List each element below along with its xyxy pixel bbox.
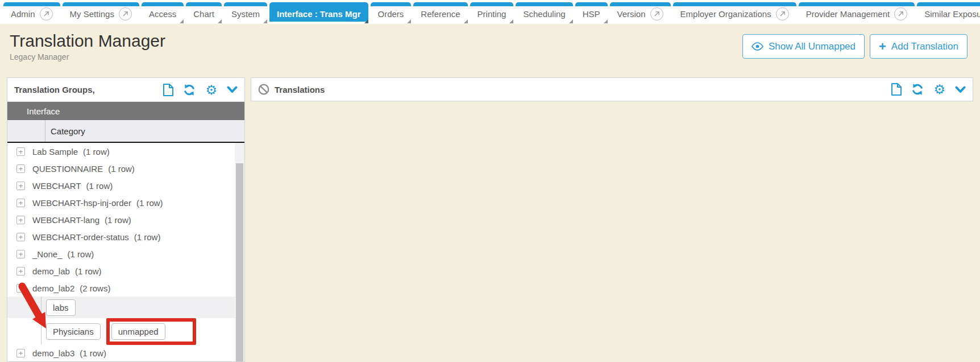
tab-top-bar bbox=[63, 2, 139, 6]
group-row-count: (1 row) bbox=[86, 181, 113, 191]
tab-body: Similar Exposure Groups (SEGs) bbox=[917, 6, 980, 22]
gear-icon[interactable]: ⚙ bbox=[205, 84, 217, 96]
tree-row-demo-lab2[interactable]: −demo_lab2(2 rows) bbox=[7, 279, 244, 297]
page-header: Translation Manager Legacy Manager Show … bbox=[0, 24, 980, 61]
tab-reference[interactable]: Reference bbox=[413, 2, 467, 22]
tab-provider-management[interactable]: Provider Management bbox=[799, 2, 915, 22]
tab-top-bar bbox=[3, 2, 60, 6]
tab-body: Interface : Trans Mgr bbox=[269, 6, 368, 22]
external-link-icon[interactable] bbox=[650, 7, 663, 20]
value-chip-unmapped[interactable]: unmapped bbox=[111, 323, 165, 340]
external-link-icon[interactable] bbox=[40, 7, 53, 20]
eye-icon bbox=[751, 42, 763, 51]
dropdown-corner-icon bbox=[263, 19, 267, 23]
top-navigation: AdminMy SettingsAccessChartSystemInterfa… bbox=[0, 0, 980, 24]
scrollbar-thumb[interactable] bbox=[236, 163, 243, 361]
child-row[interactable]: labs bbox=[7, 297, 244, 318]
vertical-scrollbar[interactable] bbox=[235, 143, 244, 361]
expander-plus-icon[interactable]: + bbox=[16, 233, 25, 241]
child-row[interactable]: Physiciansunmapped bbox=[7, 318, 244, 344]
plus-icon: + bbox=[879, 40, 886, 53]
tab-top-bar bbox=[186, 2, 222, 6]
category-header-row: Category bbox=[7, 120, 244, 143]
external-link-icon[interactable] bbox=[776, 7, 789, 20]
tree-row-questionnaire[interactable]: +QUESTIONNAIRE(1 row) bbox=[7, 160, 244, 177]
tree-row-webchart-hsp-inj-order[interactable]: +WEBCHART-hsp-inj-order(1 row) bbox=[7, 194, 244, 211]
tab-body: Orders bbox=[371, 6, 412, 22]
value-chip-physicians[interactable]: Physicians bbox=[46, 323, 101, 340]
tree-row-none[interactable]: +_None_(1 row) bbox=[7, 245, 244, 262]
new-document-icon[interactable] bbox=[891, 83, 902, 96]
refresh-icon[interactable] bbox=[911, 83, 924, 96]
tab-body: Printing bbox=[470, 6, 514, 22]
tab-body: Provider Management bbox=[799, 6, 915, 22]
translation-groups-tree: +Lab Sample(1 row)+QUESTIONNAIRE(1 row)+… bbox=[7, 143, 244, 361]
tree-row-demo-lab3[interactable]: +demo_lab3(1 row) bbox=[7, 344, 244, 361]
expander-plus-icon[interactable]: + bbox=[16, 216, 25, 224]
dropdown-corner-icon bbox=[180, 19, 184, 23]
tree-row-webchart-lang[interactable]: +WEBCHART-lang(1 row) bbox=[7, 211, 244, 228]
tab-chart[interactable]: Chart bbox=[186, 2, 222, 22]
translations-toolbar: ⚙ bbox=[891, 83, 966, 96]
translation-groups-header: Translation Groups, ⚙ bbox=[7, 78, 244, 102]
group-label: WEBCHART-lang bbox=[32, 215, 99, 225]
dropdown-corner-icon bbox=[407, 19, 411, 23]
page-title-block: Translation Manager Legacy Manager bbox=[10, 31, 165, 61]
new-document-icon[interactable] bbox=[163, 84, 173, 96]
tab-body: HSP bbox=[575, 6, 608, 22]
group-label: Lab Sample bbox=[32, 147, 78, 157]
show-all-unmapped-button[interactable]: Show All Unmapped bbox=[742, 34, 865, 59]
tree-row-demo-lab[interactable]: +demo_lab(1 row) bbox=[7, 262, 244, 279]
group-row-count: (1 row) bbox=[80, 348, 106, 358]
tab-printing[interactable]: Printing bbox=[470, 2, 514, 22]
tab-admin[interactable]: Admin bbox=[3, 2, 60, 22]
tree-row-lab-sample[interactable]: +Lab Sample(1 row) bbox=[7, 143, 244, 160]
tab-version[interactable]: Version bbox=[610, 2, 671, 22]
tab-body: Admin bbox=[3, 6, 60, 22]
tab-top-bar bbox=[224, 2, 267, 6]
category-column-divider bbox=[45, 120, 45, 142]
tab-my-settings[interactable]: My Settings bbox=[63, 2, 139, 22]
expander-plus-icon[interactable]: + bbox=[16, 164, 25, 173]
group-row-count: (1 row) bbox=[136, 198, 163, 208]
tab-hsp[interactable]: HSP bbox=[575, 2, 608, 22]
expander-plus-icon[interactable]: + bbox=[16, 182, 25, 190]
tree-guide-line bbox=[41, 297, 41, 344]
value-chip-labs[interactable]: labs bbox=[46, 299, 76, 316]
tab-access[interactable]: Access bbox=[142, 2, 184, 22]
external-link-icon[interactable] bbox=[894, 7, 907, 20]
external-link-icon[interactable] bbox=[119, 7, 132, 20]
gear-icon[interactable]: ⚙ bbox=[933, 84, 945, 95]
expander-plus-icon[interactable]: + bbox=[16, 267, 25, 275]
translations-header: Translations ⚙ bbox=[251, 78, 973, 101]
refresh-icon[interactable] bbox=[183, 84, 196, 96]
tab-top-bar bbox=[917, 2, 980, 6]
tab-similar-exposure-groups-segs[interactable]: Similar Exposure Groups (SEGs) bbox=[917, 2, 980, 22]
expander-plus-icon[interactable]: + bbox=[16, 199, 25, 207]
tab-employer-organizations[interactable]: Employer Organizations bbox=[673, 2, 796, 22]
group-row-count: (1 row) bbox=[105, 215, 131, 225]
category-column-header: Category bbox=[51, 126, 85, 136]
group-row-count: (1 row) bbox=[68, 249, 94, 259]
tab-body: Access bbox=[142, 6, 184, 22]
expander-plus-icon[interactable]: + bbox=[16, 349, 25, 357]
tab-orders[interactable]: Orders bbox=[371, 2, 412, 22]
expander-minus-icon[interactable]: − bbox=[16, 284, 25, 293]
add-translation-button[interactable]: + Add Translation bbox=[870, 34, 967, 59]
tab-label: Chart bbox=[193, 9, 214, 19]
tree-row-webchart-order-status[interactable]: +WEBCHART-order-status(1 row) bbox=[7, 228, 244, 245]
collapse-panel-icon[interactable] bbox=[227, 86, 238, 93]
tab-scheduling[interactable]: Scheduling bbox=[516, 2, 572, 22]
group-row-count: (1 row) bbox=[75, 266, 102, 276]
tab-system[interactable]: System bbox=[224, 2, 267, 22]
expander-plus-icon[interactable]: + bbox=[16, 147, 25, 156]
tab-label: My Settings bbox=[70, 9, 114, 19]
group-label: demo_lab3 bbox=[32, 348, 74, 358]
collapse-panel-icon[interactable] bbox=[955, 86, 966, 93]
expander-plus-icon[interactable]: + bbox=[16, 250, 25, 258]
translation-groups-title: Translation Groups, bbox=[14, 85, 95, 94]
tab-label: Interface : Trans Mgr bbox=[277, 9, 361, 19]
tab-top-bar bbox=[610, 2, 671, 6]
tree-row-webchart[interactable]: +WEBCHART(1 row) bbox=[7, 177, 244, 194]
tab-interface-trans-mgr[interactable]: Interface : Trans Mgr bbox=[269, 2, 368, 22]
